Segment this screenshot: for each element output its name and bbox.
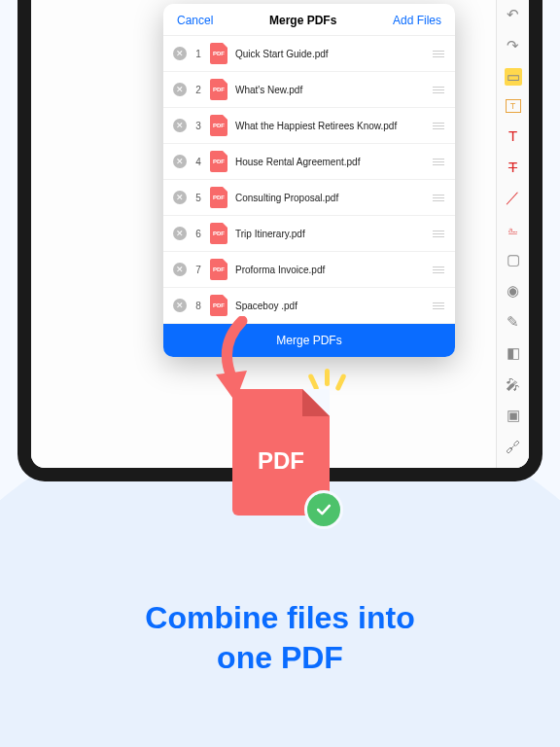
- pdf-badge-icon: PDF: [210, 151, 228, 172]
- tagline: Combine files into one PDF: [0, 598, 560, 679]
- drag-handle-icon[interactable]: [432, 51, 445, 57]
- drag-handle-icon[interactable]: [432, 302, 445, 309]
- right-toolbar: ↶ ↷ ▭ T T T ／ ⎁ ▢ ◉ ✎ ◧ 🎤︎ ▣ 🔗︎: [496, 0, 529, 468]
- remove-icon[interactable]: ✕: [173, 119, 187, 132]
- file-name: Spaceboy .pdf: [235, 301, 424, 311]
- row-number: 3: [194, 121, 202, 131]
- file-name: House Rental Agreement.pdf: [235, 157, 424, 167]
- file-row[interactable]: ✕6PDFTrip Itinerary.pdf: [163, 216, 455, 252]
- eraser-icon[interactable]: ◧: [505, 344, 522, 362]
- file-row[interactable]: ✕7PDFProforma Invoice.pdf: [163, 252, 455, 288]
- row-number: 1: [194, 49, 202, 59]
- file-row[interactable]: ✕1PDFQuick Start Guide.pdf: [163, 36, 455, 72]
- drag-handle-icon[interactable]: [432, 267, 445, 273]
- row-number: 4: [194, 157, 202, 167]
- pdf-file-icon: PDF: [232, 389, 330, 516]
- row-number: 8: [194, 301, 202, 311]
- underline-icon[interactable]: ⎁: [505, 220, 522, 237]
- merge-dialog: Cancel Merge PDFs Add Files ✕1PDFQuick S…: [163, 4, 455, 357]
- file-name: What's New.pdf: [235, 85, 424, 95]
- note-icon[interactable]: ▭: [505, 68, 522, 86]
- file-row[interactable]: ✕5PDFConsulting Proposal.pdf: [163, 180, 455, 216]
- pdf-badge-icon: PDF: [210, 295, 228, 316]
- undo-icon[interactable]: ↶: [505, 6, 522, 23]
- file-row[interactable]: ✕3PDFWhat the Happiest Retirees Know.pdf: [163, 108, 455, 144]
- add-files-button[interactable]: Add Files: [393, 14, 441, 27]
- file-list: ✕1PDFQuick Start Guide.pdf✕2PDFWhat's Ne…: [163, 36, 455, 324]
- pdf-badge-icon: PDF: [210, 115, 228, 136]
- pdf-label: PDF: [258, 447, 304, 475]
- remove-icon[interactable]: ✕: [173, 191, 187, 204]
- drag-handle-icon[interactable]: [432, 231, 445, 237]
- pdf-badge-icon: PDF: [210, 187, 228, 208]
- shape-icon[interactable]: ▢: [505, 251, 522, 268]
- strikethrough-icon[interactable]: T: [505, 158, 522, 175]
- tagline-line-2: one PDF: [0, 638, 560, 679]
- remove-icon[interactable]: ✕: [173, 263, 187, 276]
- file-name: Trip Itinerary.pdf: [235, 229, 424, 239]
- file-name: Quick Start Guide.pdf: [235, 49, 424, 59]
- row-number: 7: [194, 265, 202, 275]
- file-name: What the Happiest Retirees Know.pdf: [235, 121, 424, 131]
- remove-icon[interactable]: ✕: [173, 227, 187, 240]
- mic-icon[interactable]: 🎤︎: [505, 375, 522, 393]
- pdf-badge-icon: PDF: [210, 259, 228, 280]
- dialog-header: Cancel Merge PDFs Add Files: [163, 4, 455, 36]
- image-icon[interactable]: ▣: [505, 407, 522, 424]
- signature-icon[interactable]: ✎: [505, 313, 522, 331]
- pdf-badge-icon: PDF: [210, 223, 228, 244]
- redo-icon[interactable]: ↷: [505, 37, 522, 54]
- pdf-badge-icon: PDF: [210, 79, 228, 100]
- remove-icon[interactable]: ✕: [173, 299, 187, 312]
- check-badge-icon: [304, 490, 343, 529]
- cancel-button[interactable]: Cancel: [177, 14, 213, 27]
- file-row[interactable]: ✕4PDFHouse Rental Agreement.pdf: [163, 144, 455, 180]
- remove-icon[interactable]: ✕: [173, 155, 187, 168]
- remove-icon[interactable]: ✕: [173, 83, 187, 96]
- drag-handle-icon[interactable]: [432, 87, 445, 93]
- text-icon[interactable]: T: [505, 126, 522, 144]
- dialog-title: Merge PDFs: [269, 14, 336, 27]
- drag-handle-icon[interactable]: [432, 195, 445, 201]
- link-icon[interactable]: 🔗︎: [505, 438, 522, 455]
- stamp-icon[interactable]: ◉: [505, 282, 522, 300]
- textbox-icon[interactable]: T: [506, 99, 521, 113]
- file-name: Proforma Invoice.pdf: [235, 265, 424, 275]
- drag-handle-icon[interactable]: [432, 159, 445, 165]
- pen-icon[interactable]: ／: [505, 189, 522, 206]
- file-row[interactable]: ✕2PDFWhat's New.pdf: [163, 72, 455, 108]
- pdf-badge-icon: PDF: [210, 43, 228, 64]
- file-name: Consulting Proposal.pdf: [235, 193, 424, 203]
- row-number: 2: [194, 85, 202, 95]
- remove-icon[interactable]: ✕: [173, 47, 187, 60]
- drag-handle-icon[interactable]: [432, 123, 445, 129]
- tagline-line-1: Combine files into: [0, 598, 560, 639]
- row-number: 6: [194, 229, 202, 239]
- row-number: 5: [194, 193, 202, 203]
